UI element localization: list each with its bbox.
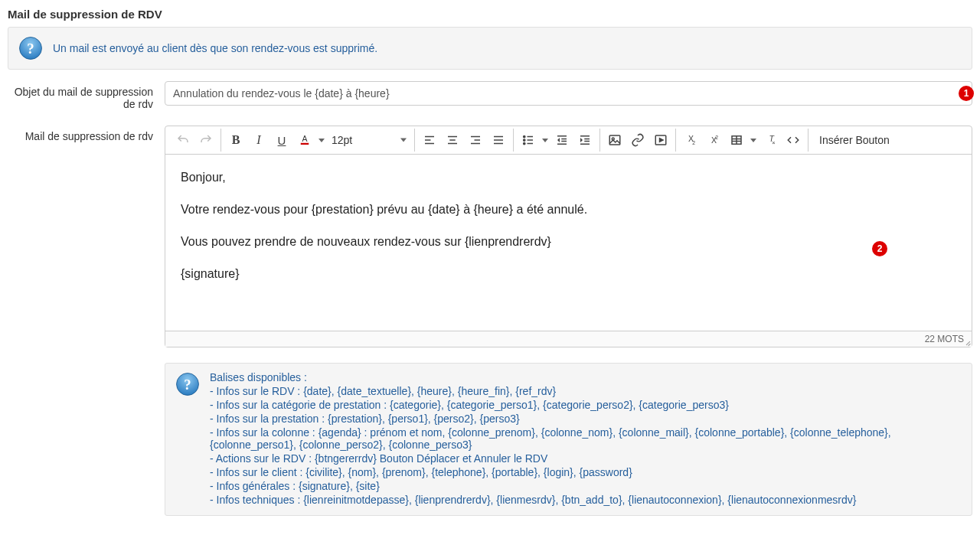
text-color-dropdown[interactable] xyxy=(316,139,327,142)
editor-toolbar: B I U A 12pt xyxy=(165,126,972,155)
outdent-button[interactable] xyxy=(550,129,573,152)
rich-text-editor: B I U A 12pt xyxy=(165,126,972,347)
editor-content[interactable]: Bonjour, Votre rendez-vous pour {prestat… xyxy=(165,155,972,331)
subject-input[interactable] xyxy=(165,81,972,106)
svg-text:2: 2 xyxy=(692,140,695,145)
subscript-button[interactable]: X2 xyxy=(679,129,702,152)
subject-label: Objet du mail de suppression de rdv xyxy=(8,81,153,110)
media-button[interactable] xyxy=(649,129,672,152)
svg-text:2: 2 xyxy=(715,135,718,140)
help-icon: ? xyxy=(175,371,201,397)
editor-footer: 22 MOTS xyxy=(165,331,972,347)
table-button[interactable] xyxy=(725,129,748,152)
link-button[interactable] xyxy=(626,129,649,152)
info-text: Un mail est envoyé au client dès que son… xyxy=(53,42,377,54)
svg-text:?: ? xyxy=(27,41,34,57)
underline-button[interactable]: U xyxy=(270,129,293,152)
image-button[interactable] xyxy=(603,129,626,152)
svg-rect-30 xyxy=(609,135,620,145)
align-center-button[interactable] xyxy=(441,129,464,152)
svg-text:A: A xyxy=(302,134,307,143)
svg-text:?: ? xyxy=(184,377,191,393)
insert-button[interactable]: Insérer Bouton xyxy=(812,129,897,152)
table-dropdown[interactable] xyxy=(748,139,759,142)
bold-button[interactable]: B xyxy=(224,129,247,152)
svg-point-17 xyxy=(524,139,525,141)
tags-info-box: ? Balises disponibles : - Infos sur le R… xyxy=(165,363,972,516)
resize-handle[interactable] xyxy=(963,338,971,346)
code-button[interactable] xyxy=(782,129,805,152)
badge-2: 2 xyxy=(872,241,887,256)
clear-format-button[interactable]: T× xyxy=(759,129,782,152)
svg-text:×: × xyxy=(772,139,775,146)
redo-button[interactable] xyxy=(194,129,217,152)
superscript-button[interactable]: X2 xyxy=(702,129,725,152)
fontsize-select[interactable]: 12pt xyxy=(327,131,368,149)
tags-list: Balises disponibles : - Infos sur le RDV… xyxy=(210,371,962,507)
indent-button[interactable] xyxy=(573,129,596,152)
svg-marker-33 xyxy=(660,139,664,142)
editor-line: {signature} xyxy=(181,265,956,283)
editor-line: Votre rendez-vous pour {prestation} prév… xyxy=(181,201,956,219)
svg-point-16 xyxy=(524,135,525,137)
badge-1: 1 xyxy=(959,86,974,101)
info-box: ? Un mail est envoyé au client dès que s… xyxy=(8,27,972,70)
undo-button[interactable] xyxy=(172,129,194,152)
bullet-list-button[interactable] xyxy=(517,129,540,152)
help-icon: ? xyxy=(18,35,44,61)
italic-button[interactable]: I xyxy=(247,129,270,152)
editor-line: Vous pouvez prendre de nouveaux rendez-v… xyxy=(181,233,956,251)
section-title: Mail de suppression de RDV xyxy=(8,8,972,21)
svg-rect-3 xyxy=(301,143,309,145)
align-right-button[interactable] xyxy=(464,129,487,152)
align-left-button[interactable] xyxy=(418,129,441,152)
svg-point-18 xyxy=(524,142,525,144)
align-justify-button[interactable] xyxy=(487,129,510,152)
text-color-button[interactable]: A xyxy=(293,129,316,152)
body-label: Mail de suppression de rdv xyxy=(8,126,153,347)
word-count: 22 MOTS xyxy=(925,334,964,344)
editor-line: Bonjour, xyxy=(181,168,956,187)
list-dropdown[interactable] xyxy=(540,139,550,142)
